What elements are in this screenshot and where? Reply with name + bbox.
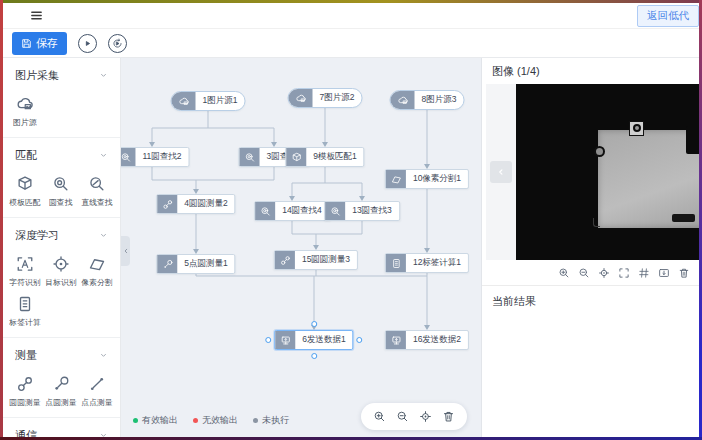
sidebar-collapse-handle[interactable]	[121, 236, 130, 266]
sidebar-item-image-source[interactable]: 图片源	[7, 95, 43, 129]
back-to-lowcode-button[interactable]: 返回低代	[637, 5, 699, 27]
section-deep-learning: 深度学习 字符识别 目标识别 像素分割	[3, 218, 120, 338]
frame-edge-left	[0, 0, 3, 440]
trash-icon[interactable]	[442, 410, 455, 423]
sidebar-item-label-calc[interactable]: 标签计算	[7, 295, 43, 329]
chevron-down-icon	[99, 351, 108, 360]
section-header-communication[interactable]: 通信	[3, 422, 120, 437]
cube-icon	[16, 175, 34, 193]
flow-node-send-data-2[interactable]: 16发送数据2	[385, 330, 469, 350]
node-label: 9模板匹配1	[306, 148, 363, 166]
flow-node-circle-find-4[interactable]: 14圆查找4	[254, 201, 330, 221]
plate-notch	[686, 126, 699, 154]
section-header-measure[interactable]: 测量	[3, 342, 120, 367]
node-handle-left[interactable]	[265, 337, 271, 343]
node-label: 7图片源2	[313, 89, 362, 107]
node-label: 13圆查找3	[345, 202, 399, 220]
circle-find-icon	[325, 202, 345, 220]
zoom-out-icon[interactable]	[396, 410, 409, 423]
menu-icon[interactable]	[29, 8, 44, 23]
grid-icon[interactable]	[638, 267, 650, 279]
point-circle-measure-icon	[52, 375, 70, 393]
fit-image-icon[interactable]	[658, 267, 670, 279]
section-header-matching[interactable]: 匹配	[3, 142, 120, 167]
section-matching: 匹配 模板匹配 圆查找 直线查找	[3, 138, 120, 218]
flow-node-template-match-1[interactable]: 9模板匹配1	[285, 147, 364, 167]
item-label: 图片源	[13, 117, 36, 128]
zoom-out-icon[interactable]	[578, 267, 590, 279]
circle-find-icon	[240, 148, 260, 166]
run-continuous-button[interactable]	[108, 34, 127, 53]
zoom-in-icon[interactable]	[558, 267, 570, 279]
sidebar-item-point-point-measure[interactable]: 点点测量	[79, 375, 115, 409]
flow-node-image-source-1[interactable]: 1图片源1	[171, 91, 246, 111]
save-icon	[21, 38, 32, 49]
node-label: 11圆查找2	[135, 148, 188, 166]
item-label: 像素分割	[81, 277, 112, 288]
section-title: 通信	[15, 428, 37, 437]
locate-icon[interactable]	[419, 410, 432, 423]
circle-circle-measure-icon	[157, 195, 177, 213]
sidebar-item-object-recognition[interactable]: 目标识别	[43, 255, 79, 289]
sidebar-item-point-circle-measure[interactable]: 点圆测量	[43, 375, 79, 409]
legend-label: 未执行	[262, 414, 289, 427]
circle-find-icon	[255, 202, 275, 220]
fullscreen-icon[interactable]	[618, 267, 630, 279]
chevron-down-icon	[99, 151, 108, 160]
legend-not-executed: 未执行	[253, 414, 289, 427]
prev-image-button[interactable]	[490, 161, 512, 183]
image-toolbar	[482, 260, 699, 286]
node-label: 8图片源3	[415, 91, 464, 109]
section-image-capture: 图片采集 图片源	[3, 58, 120, 138]
locate-icon[interactable]	[598, 267, 610, 279]
flow-node-image-source-3[interactable]: 8图片源3	[390, 90, 465, 110]
legend-valid-output: 有效输出	[133, 414, 178, 427]
legend-label: 无效输出	[202, 414, 238, 427]
node-label: 14圆查找4	[275, 202, 329, 220]
send-data-icon	[386, 331, 406, 349]
node-label: 12标签计算1	[406, 254, 468, 272]
flow-node-image-source-2[interactable]: 7图片源2	[288, 88, 363, 108]
chevron-down-icon	[99, 231, 108, 240]
flow-node-point-circle-measure-1[interactable]: 5点圆测量1	[156, 254, 235, 274]
flow-node-circle-find-2[interactable]: 11圆查找2	[121, 147, 190, 167]
fiducial-ring-square	[629, 121, 644, 136]
item-label: 圆圆测量	[9, 397, 40, 408]
point-circle-measure-icon	[157, 255, 177, 273]
flow-node-label-calc-1[interactable]: 12标签计算1	[385, 253, 469, 273]
ocr-icon	[16, 255, 34, 273]
inspection-photo[interactable]	[516, 84, 699, 260]
node-label: 15圆圆测量3	[295, 251, 357, 269]
right-panel: 图像 (1/4)	[481, 58, 699, 437]
play-once-icon	[112, 38, 123, 49]
item-label: 字符识别	[9, 277, 40, 288]
sidebar-item-circle-circle-measure[interactable]: 圆圆测量	[7, 375, 43, 409]
image-nav-strip	[486, 84, 516, 260]
node-handle-bottom[interactable]	[311, 353, 317, 359]
run-button[interactable]	[78, 34, 97, 53]
fiducial-ring	[594, 146, 605, 157]
canvas-zoom-toolbar	[361, 403, 467, 430]
circle-circle-measure-icon	[16, 375, 34, 393]
sidebar-item-template-match[interactable]: 模板匹配	[7, 175, 43, 209]
flow-node-circle-circle-measure-2[interactable]: 4圆圆测量2	[156, 194, 235, 214]
sidebar-item-line-find[interactable]: 直线查找	[79, 175, 115, 209]
item-label: 直线查找	[81, 197, 112, 208]
cube-icon	[286, 148, 306, 166]
flow-node-pixel-segmentation-1[interactable]: 10像素分割1	[385, 169, 469, 189]
sidebar-item-pixel-segmentation[interactable]: 像素分割	[79, 255, 115, 289]
section-header-deep-learning[interactable]: 深度学习	[3, 222, 120, 247]
play-icon	[82, 38, 93, 49]
flow-node-send-data-1-selected[interactable]: 6发送数据1	[274, 330, 353, 350]
save-button[interactable]: 保存	[12, 32, 67, 55]
section-header-image-capture[interactable]: 图片采集	[3, 62, 120, 87]
flow-canvas[interactable]: 1图片源1 7图片源2 8图片源3 11圆查找2 3圆查找1 9模板匹配1	[121, 58, 481, 437]
node-handle-right[interactable]	[357, 337, 363, 343]
trash-icon[interactable]	[678, 267, 690, 279]
flow-node-circle-circle-measure-3[interactable]: 15圆圆测量3	[274, 250, 358, 270]
zoom-in-icon[interactable]	[373, 410, 386, 423]
node-handle-top[interactable]	[311, 321, 317, 327]
sidebar-item-circle-find[interactable]: 圆查找	[43, 175, 79, 209]
flow-node-circle-find-3[interactable]: 13圆查找3	[324, 201, 400, 221]
sidebar-item-char-recognition[interactable]: 字符识别	[7, 255, 43, 289]
